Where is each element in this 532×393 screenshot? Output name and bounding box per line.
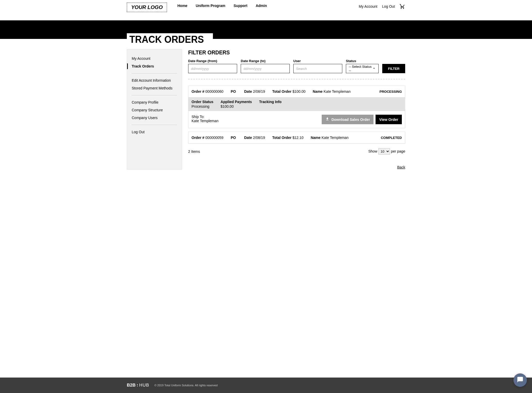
order-date-value: 2/08/19 — [253, 89, 265, 94]
nav-home[interactable]: Home — [177, 4, 187, 8]
tracking-info-label: Tracking Info — [259, 100, 281, 104]
status-badge: PROCESSING — [379, 90, 402, 94]
filter-divider — [188, 79, 405, 79]
status-badge: COMPLETED — [381, 136, 402, 140]
applied-payments-value: $100.00 — [221, 104, 252, 108]
sidebar-item-edit-account[interactable]: Edit Account Information — [132, 77, 177, 84]
logo-placeholder[interactable]: YOUR LOGO — [127, 3, 167, 12]
order-total-value: $12.10 — [293, 136, 304, 140]
sidebar-item-stored-payment[interactable]: Stored Payment Methods — [132, 84, 177, 92]
view-order-button[interactable]: View Order — [376, 115, 402, 124]
sidebar-item-track-orders[interactable]: Track Orders — [132, 62, 177, 70]
sidebar-item-company-users[interactable]: Company Users — [132, 114, 177, 122]
order-status-value: Processing — [192, 104, 213, 108]
order-total-label: Total Order — [272, 136, 291, 140]
status-selected-value: -- Select Status -- — [349, 65, 372, 72]
order-card: Order #000000060 PO Date2/08/19 Total Or… — [188, 86, 405, 128]
order-header[interactable]: Order #000000060 PO Date2/08/19 Total Or… — [188, 86, 405, 97]
order-total-label: Total Order — [272, 89, 291, 94]
account-sidebar: My Account Track Orders Edit Account Inf… — [127, 49, 182, 170]
items-count: 2 Items — [188, 149, 200, 154]
user-search-input[interactable] — [293, 64, 342, 73]
nav-my-account[interactable]: My Account — [359, 4, 377, 9]
nav-log-out[interactable]: Log Out — [382, 4, 395, 9]
sidebar-item-log-out[interactable]: Log Out — [132, 128, 177, 136]
order-po-label: PO — [231, 136, 236, 140]
date-from-input[interactable] — [188, 64, 237, 73]
order-date-label: Date — [244, 89, 252, 94]
ship-to-value: Kate Templeman — [192, 119, 219, 123]
cart-icon[interactable] — [400, 4, 405, 9]
sidebar-item-company-structure[interactable]: Company Structure — [132, 106, 177, 114]
show-label: Show — [368, 149, 377, 153]
order-status-label: Order Status — [192, 100, 213, 104]
page-title: TRACK ORDERS — [127, 33, 213, 46]
filter-button[interactable]: FILTER — [382, 64, 405, 73]
sidebar-item-my-account[interactable]: My Account — [132, 55, 177, 62]
chevron-down-icon — [372, 66, 376, 71]
sidebar-divider — [132, 125, 177, 125]
status-label: Status — [346, 59, 379, 63]
order-number-value: 000000060 — [205, 89, 223, 94]
per-page-label: per page — [391, 149, 405, 153]
filter-orders-heading: FILTER ORDERS — [188, 49, 405, 56]
sidebar-item-company-profile[interactable]: Company Profile — [132, 98, 177, 106]
page-size-select[interactable]: 10 — [378, 148, 390, 155]
order-name-value: Kate Templeman — [323, 89, 351, 94]
back-link[interactable]: Back — [397, 165, 405, 169]
status-select[interactable]: -- Select Status -- — [346, 64, 379, 73]
date-to-input[interactable] — [241, 64, 290, 73]
download-sales-order-button[interactable]: Download Sales Order — [322, 115, 373, 124]
date-to-label: Date Range (to) — [241, 59, 290, 63]
user-label: User — [293, 59, 342, 63]
order-total-value: $100.00 — [293, 89, 306, 94]
ship-to-label: Ship To: — [192, 115, 219, 119]
sidebar-divider — [132, 95, 177, 95]
sidebar-divider — [132, 73, 177, 73]
nav-support[interactable]: Support — [234, 4, 247, 8]
order-number-label: Order # — [192, 136, 204, 140]
order-header[interactable]: Order #000000059 PO Date2/08/19 Total Or… — [188, 132, 405, 143]
date-from-label: Date Range (from) — [188, 59, 237, 63]
order-name-label: Name — [313, 89, 322, 94]
order-po-label: PO — [231, 89, 236, 94]
order-number-label: Order # — [192, 89, 204, 94]
order-name-label: Name — [311, 136, 320, 140]
order-name-value: Kate Templeman — [322, 136, 349, 140]
order-number-value: 000000059 — [205, 136, 223, 140]
nav-admin[interactable]: Admin — [256, 4, 267, 8]
download-icon — [325, 117, 329, 122]
order-card: Order #000000059 PO Date2/08/19 Total Or… — [188, 132, 405, 144]
order-date-label: Date — [244, 136, 252, 140]
order-date-value: 2/08/19 — [253, 136, 265, 140]
applied-payments-label: Applied Payments — [221, 100, 252, 104]
nav-uniform-program[interactable]: Uniform Program — [196, 4, 225, 8]
